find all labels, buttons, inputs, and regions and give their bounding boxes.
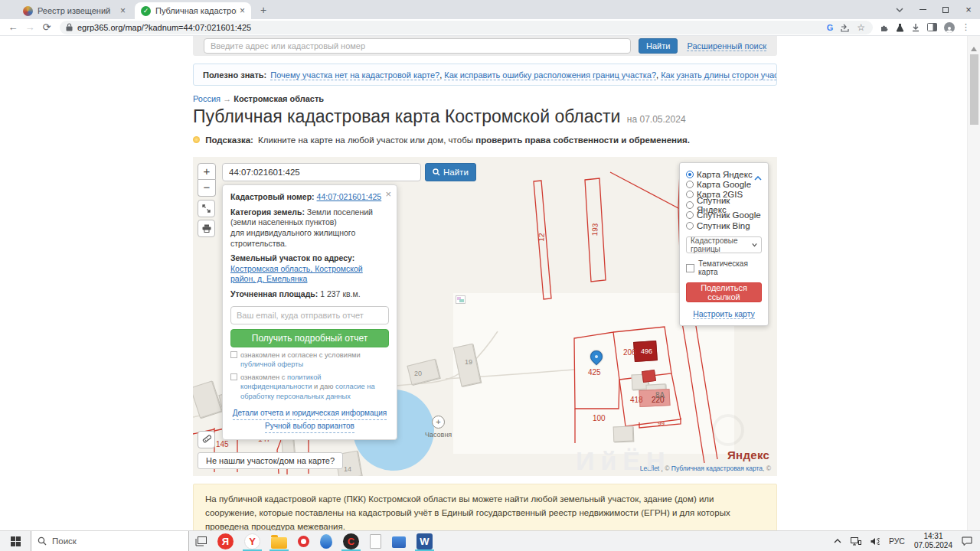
map-building[interactable]	[407, 359, 439, 385]
opera-icon[interactable]	[292, 531, 315, 551]
back-icon[interactable]: ←	[5, 21, 21, 33]
yandex-logo[interactable]: Яндекс	[727, 448, 769, 461]
url-text: egrp365.org/map/?kadnum=44:07:021601:425	[77, 23, 827, 32]
c-browser-icon[interactable]: C	[338, 531, 364, 551]
site-search-button[interactable]: Найти	[639, 38, 678, 54]
share-link-button[interactable]: Поделиться ссылкой	[686, 282, 762, 302]
report-details-link[interactable]: Детали отчета и юридическая информация	[233, 407, 387, 420]
yandex-search-app-icon[interactable]: Я	[212, 531, 239, 551]
cad-number-link[interactable]: 44:07:021601:425	[317, 192, 382, 201]
popup-close-icon[interactable]: ×	[385, 188, 391, 200]
broken-tile-icon	[456, 295, 466, 304]
not-found-button[interactable]: Не нашли участок/дом на карте?	[198, 452, 343, 469]
forward-icon[interactable]: →	[21, 21, 38, 33]
tab-cadastral-map[interactable]: ✓ Публичная кадастровая карта ×	[135, 2, 251, 19]
profile-avatar[interactable]	[944, 22, 955, 33]
extension-puzzle-icon[interactable]	[880, 23, 889, 32]
window-menu-chevron-icon[interactable]	[888, 0, 911, 19]
overlay-select[interactable]: Кадастровые границы	[686, 236, 762, 253]
breadcrumb-root-link[interactable]: Россия	[193, 94, 220, 103]
get-report-button[interactable]: Получить подробный отчет	[230, 329, 389, 347]
zoom-out-button[interactable]: −	[198, 180, 216, 197]
configure-map-link[interactable]: Настроить карту	[686, 309, 762, 318]
parcel-label: 8А	[655, 392, 665, 399]
tab-close-icon[interactable]: ×	[120, 5, 126, 16]
layer-option[interactable]: Карта Google	[686, 179, 762, 189]
address-bar[interactable]: egrp365.org/map/?kadnum=44:07:021601:425…	[60, 21, 873, 34]
yandex-browser-app-icon[interactable]: Y	[239, 531, 266, 551]
manual-options-link[interactable]: Ручной выбор вариантов	[265, 420, 354, 433]
notification-center-icon[interactable]	[957, 536, 980, 546]
page-title: Публичная кадастровая карта Костромской …	[193, 106, 620, 126]
measure-ruler-button[interactable]	[198, 431, 215, 448]
defender-shield-icon[interactable]	[315, 531, 338, 551]
site-search-input[interactable]	[204, 38, 631, 54]
word-icon[interactable]: W	[411, 531, 438, 551]
map-building[interactable]	[613, 426, 634, 442]
fullscreen-button[interactable]	[198, 200, 215, 217]
hint-bold: проверить права собственности и обремене…	[475, 135, 690, 145]
scroll-up-arrow-icon[interactable]	[971, 47, 977, 51]
close-button[interactable]: ×	[957, 0, 980, 19]
layer-option[interactable]: Карта Яндекс	[686, 169, 762, 179]
offer-link[interactable]: публичной оферты	[240, 360, 303, 368]
tab-registry[interactable]: Реестр извещений ×	[17, 2, 132, 19]
layer-option[interactable]: Спутник Google	[686, 210, 762, 220]
tray-chevron-up-icon[interactable]	[829, 539, 846, 543]
task-view-button[interactable]	[189, 536, 212, 546]
collapse-chevron-icon[interactable]	[754, 170, 762, 184]
flask-extension-icon[interactable]	[896, 23, 904, 32]
tab-close-icon[interactable]: ×	[240, 5, 245, 16]
parcel-label: 193	[591, 223, 599, 236]
email-input[interactable]	[230, 306, 389, 324]
useful-link[interactable]: Как исправить ошибку расположения границ…	[444, 70, 656, 80]
map-search-input[interactable]	[222, 163, 421, 181]
chevron-down-icon	[752, 243, 757, 247]
notepad-icon[interactable]	[364, 531, 387, 551]
reload-icon[interactable]: ⟳	[38, 21, 55, 33]
privacy-checkbox[interactable]	[230, 373, 237, 380]
area-value: 1 237 кв.м.	[320, 289, 360, 298]
useful-link[interactable]: Почему участка нет на кадастровой карте?	[270, 70, 439, 80]
language-indicator[interactable]: РУС	[884, 536, 910, 546]
taskbar-clock[interactable]: 14:31 07.05.2024	[910, 532, 957, 550]
page-scrollbar[interactable]	[967, 36, 980, 530]
fax-scan-icon[interactable]	[387, 531, 411, 551]
map-building[interactable]	[642, 370, 656, 383]
parcel-label: 496	[641, 348, 652, 355]
offer-checkbox[interactable]	[230, 351, 237, 358]
volume-icon[interactable]	[866, 537, 884, 546]
map-container[interactable]: 4251451471004182069922049612193242322212…	[193, 157, 777, 476]
network-icon[interactable]	[846, 537, 866, 546]
map-building[interactable]	[193, 380, 222, 418]
map-find-button[interactable]: Найти	[425, 163, 476, 181]
lock-icon	[66, 23, 73, 31]
zoom-in-button[interactable]: +	[198, 163, 216, 180]
address-link[interactable]: Костромская область, Костромской район, …	[230, 264, 363, 284]
advanced-search-link[interactable]: Расширенный поиск	[687, 41, 766, 51]
google-icon[interactable]: G	[827, 23, 834, 32]
minimize-button[interactable]	[911, 0, 934, 19]
layer-option[interactable]: Спутник Яндекс	[686, 200, 762, 210]
lightbulb-icon	[193, 136, 200, 143]
maximize-button[interactable]	[934, 0, 957, 19]
bookmark-star-icon[interactable]: ☆	[857, 22, 865, 33]
share-icon[interactable]	[840, 23, 850, 32]
useful-link[interactable]: Как узнать длины сторон участка?	[661, 70, 777, 80]
privacy-text: ознакомлен с политикой конфиденциальност…	[240, 373, 389, 402]
parcel-label: 20	[414, 370, 422, 377]
thematic-checkbox[interactable]	[686, 264, 694, 272]
taskbar-search[interactable]: Поиск	[31, 531, 189, 551]
map-watermark-circle	[712, 414, 744, 446]
scrollbar-thumb[interactable]	[970, 54, 978, 125]
sidebar-panel-icon[interactable]	[927, 23, 937, 31]
hint-label: Подсказка:	[205, 135, 253, 145]
print-button[interactable]	[198, 220, 215, 237]
pkk-link[interactable]: Публичная кадастровая карта	[671, 465, 763, 472]
download-icon[interactable]	[911, 23, 920, 32]
browser-menu-icon[interactable]: ⋮	[962, 22, 970, 32]
file-explorer-icon[interactable]	[266, 531, 292, 551]
start-button[interactable]	[0, 531, 31, 551]
layer-option[interactable]: Спутник Bing	[686, 220, 762, 230]
new-tab-button[interactable]: +	[257, 5, 270, 17]
